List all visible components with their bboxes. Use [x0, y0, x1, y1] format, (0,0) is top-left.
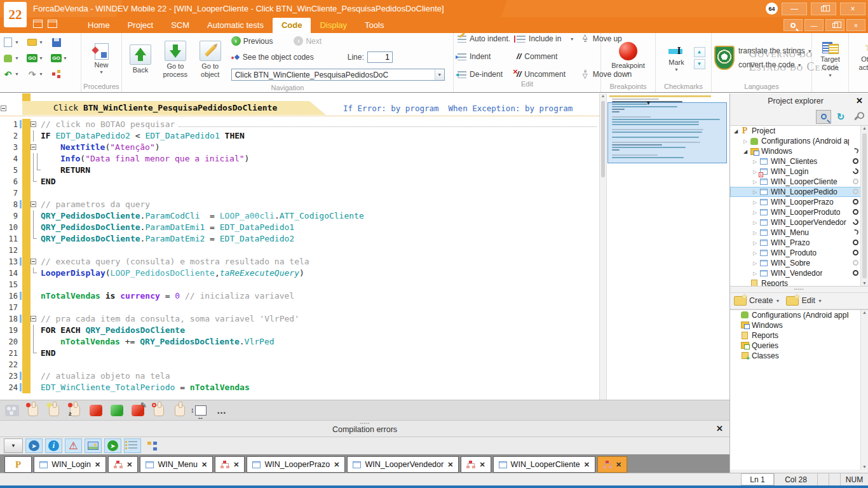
code-line-4[interactable]: 4Info("Data final menor que a inicial") [0, 153, 599, 165]
next-mark-button[interactable]: ▼ [694, 59, 705, 69]
line-number[interactable]: 1 [8, 119, 19, 130]
expander-icon[interactable]: ▷ [752, 271, 758, 276]
line-number[interactable]: 23 [8, 370, 19, 382]
code-line-12[interactable]: 12 [0, 245, 599, 256]
tab-code-4[interactable]: ✕ [215, 456, 245, 473]
see-object-codes-button[interactable]: See the object codes [231, 53, 314, 62]
hand-ring-icon[interactable] [151, 402, 167, 419]
deindent-button[interactable]: De-indent [458, 70, 510, 79]
other-actions-button[interactable]: ★ Other actions▼ [852, 38, 868, 77]
quick-access-icon-2[interactable] [48, 20, 57, 28]
line-number[interactable]: 7 [8, 187, 19, 199]
project-explorer-close-icon[interactable]: ✕ [856, 96, 863, 105]
expander-icon[interactable]: ▷ [752, 261, 758, 266]
line-number[interactable]: 3 [8, 142, 19, 153]
mdi-minimize-button[interactable]: — [804, 19, 824, 31]
code-line-13[interactable]: 13// executa query (consulta) e mostra r… [0, 256, 599, 268]
line-number[interactable]: 12 [8, 245, 19, 256]
line-number[interactable]: 4 [8, 153, 19, 165]
hand-click-icon[interactable] [25, 402, 41, 419]
code-line-21[interactable]: 21END [0, 348, 599, 359]
code-line-11[interactable]: 11QRY_PedidosDoCliente.ParamDatEmi2 = ED… [0, 233, 599, 245]
menu-tab-code[interactable]: Code [273, 18, 311, 33]
menu-tab-scm[interactable]: SCM [162, 18, 198, 33]
collapse-event-icon[interactable] [1, 105, 6, 111]
go-project-test-button[interactable]: GO▼ [51, 53, 75, 64]
new-procedure-button[interactable]: New▼ [84, 41, 119, 75]
line-number[interactable]: 6 [8, 176, 19, 187]
cube-red-icon[interactable] [88, 402, 104, 419]
line-number[interactable]: 17 [8, 302, 19, 313]
quick-access-icon-1[interactable] [33, 20, 43, 28]
code-line-8[interactable]: 8// parametros da query [0, 199, 599, 210]
explorer-list-scrollbar[interactable]: ▲▼ [860, 310, 868, 470]
code-line-10[interactable]: 10QRY_PedidosDoCliente.ParamDatEmi1 = ED… [0, 222, 599, 233]
code-line-16[interactable]: 16nTotalVendas is currency = 0 // inicia… [0, 290, 599, 302]
line-number[interactable]: 18 [8, 313, 19, 325]
explorer-search-button[interactable] [816, 110, 831, 124]
next-button[interactable]: › Next [294, 36, 322, 46]
expander-icon[interactable]: ▷ [752, 230, 758, 236]
line-number[interactable]: 5 [8, 165, 19, 176]
event-header[interactable]: Click BTN_WinCliente_PesquisaPedidosDoCl… [0, 101, 599, 116]
warning-button[interactable]: ⚠ [65, 438, 82, 453]
hand-glow-icon[interactable] [46, 402, 62, 419]
line-number[interactable]: 13 [8, 256, 19, 268]
tab-overflow-button[interactable]: ▼ [646, 100, 651, 106]
translate-strings-button[interactable]: translate the strings▼ [738, 46, 812, 55]
redo-button[interactable]: ↷▼ [27, 69, 51, 79]
tab-win_loopervendedor[interactable]: WIN_LooperVendedor✕ [347, 456, 459, 473]
expander-icon[interactable]: ▷ [752, 250, 758, 256]
minimize-button[interactable]: — [782, 3, 807, 15]
tree-item-win-sobre[interactable]: ▷WIN_Sobre [730, 258, 868, 268]
tree-item-reports[interactable]: Reports [730, 278, 868, 287]
mdi-restore-button[interactable] [825, 19, 844, 31]
expander-icon[interactable]: ▷ [752, 169, 758, 175]
expander-icon[interactable]: ▷ [752, 179, 758, 185]
code-line-1[interactable]: 1// click no BOTAO pesquisar [0, 119, 599, 130]
code-line-9[interactable]: 9QRY_PedidosDoCliente.ParamCodCli = LOOP… [0, 210, 599, 222]
explorer-splitter[interactable]: ▪▪▪▪▪ [730, 287, 868, 292]
previous-mark-button[interactable]: ▲ [694, 47, 705, 57]
expander-icon[interactable]: ◢ [733, 128, 739, 134]
panel-dropdown-button[interactable]: ▼ [4, 438, 23, 453]
menu-tab-automatic-tests[interactable]: Automatic tests [198, 18, 273, 33]
expander-icon[interactable]: ▷ [752, 200, 758, 205]
line-number-input[interactable] [367, 51, 393, 63]
code-line-5[interactable]: 5RETURN [0, 165, 599, 176]
resize-icon[interactable] [193, 402, 209, 419]
tab-win_loopercliente[interactable]: WIN_LooperCliente✕ [493, 456, 595, 473]
tree-item-windows[interactable]: ◢Windows [730, 146, 868, 156]
line-number[interactable]: 16 [8, 290, 19, 302]
tab-close-icon[interactable]: ✕ [233, 461, 239, 469]
expander-icon[interactable]: ▷ [752, 210, 758, 215]
hand-stop-icon[interactable] [172, 402, 188, 419]
tree-item-win-looperprazo[interactable]: ▷WIN_LooperPrazo [730, 197, 868, 207]
menu-tab-tools[interactable]: Tools [356, 18, 393, 33]
compilation-errors-close-icon[interactable]: ✕ [716, 424, 723, 433]
tree-item-win-vendedor[interactable]: ▷WIN_Vendedor [730, 268, 868, 278]
tree-item-win-looperpedido[interactable]: ▷WIN_LooperPedido [730, 187, 868, 197]
code-line-2[interactable]: 2IF EDT_DataPedido2 < EDT_DataPedido1 TH… [0, 130, 599, 142]
code-line-24[interactable]: 24EDT_WinCliente_TotalPeriodo = nTotalVe… [0, 382, 599, 393]
expander-icon[interactable]: ▷ [742, 139, 749, 144]
create-button[interactable]: Create▼ [734, 296, 780, 306]
fold-box-icon[interactable] [31, 144, 36, 150]
line-number[interactable]: 9 [8, 210, 19, 222]
tree-item-win-loopercliente[interactable]: ▷WIN_LooperCliente [730, 177, 868, 187]
tree-item-win-produto[interactable]: ▷WIN_Produto [730, 248, 868, 258]
image-button[interactable] [85, 438, 102, 453]
expander-icon[interactable]: ▷ [752, 189, 758, 195]
restore-button[interactable] [811, 3, 836, 15]
explorer-tools-button[interactable] [850, 110, 865, 124]
save-button[interactable] [51, 37, 75, 48]
tab-close-icon[interactable]: ✕ [584, 461, 590, 469]
list-item-classes[interactable]: Classes [730, 351, 868, 361]
hierarchy-button[interactable] [144, 438, 161, 453]
code-minimap[interactable] [607, 93, 729, 400]
event-combobox[interactable]: Click BTN_WinCliente_PesquisaPedidosDoC … [231, 69, 445, 81]
target-code-button[interactable]: Target Code▼ [815, 38, 846, 77]
code-line-14[interactable]: 14LooperDisplay(LOOP_PedidosDoCliente,ta… [0, 268, 599, 279]
previous-button[interactable]: ‹ Previous [231, 36, 273, 46]
expander-icon[interactable]: ▷ [752, 220, 758, 226]
